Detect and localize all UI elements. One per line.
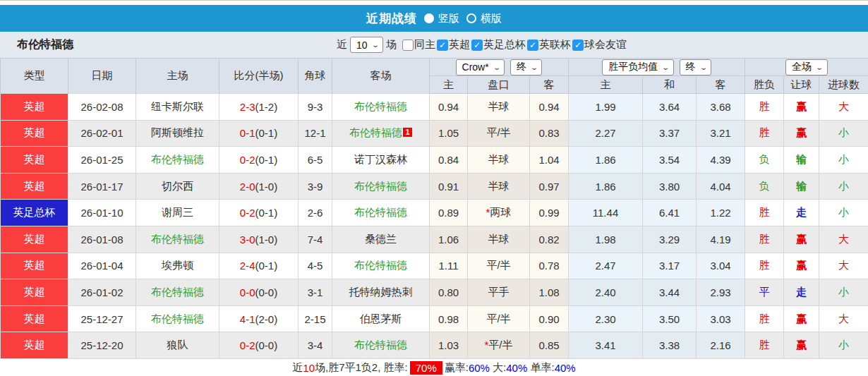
handicap-cell: 半球 [468,147,530,174]
checkbox-label: 球会友谊 [584,38,627,51]
avg-type-select[interactable]: 胜平负均值 ⌄ [602,59,673,75]
recent-label-prefix: 近 [337,38,347,51]
result-handicap-cell: 赢 [784,332,819,359]
checked-checkbox-icon[interactable]: ✓ [471,40,483,51]
table-row: 英超26-01-17切尔西2-0(1-0)3-9布伦特福德0.91半球0.971… [1,173,868,200]
layout-radio-group: 竖版横版 [424,12,502,25]
league-type-cell[interactable]: 英超 [1,120,68,147]
checkbox-item-同主[interactable]: 同主 [402,38,435,51]
avg-draw-cell: 3.54 [643,147,697,174]
table-row: 英超26-02-01阿斯顿维拉0-1(0-1)12-1布伦特福德11.05平/半… [1,120,868,147]
avg-away-cell: 3.04 [697,253,745,279]
corners-cell: 4-5 [299,253,332,279]
recent-count-select[interactable]: 10 ⌄ [350,37,383,53]
away-team-link[interactable]: 桑德兰 [332,226,430,253]
checkbox-item-球会友谊[interactable]: ✓球会友谊 [572,38,627,51]
date-cell: 25-12-27 [68,305,136,332]
home-team-link[interactable]: 布伦特福德 [136,226,219,253]
odds-final-select[interactable]: 终 ⌄ [510,59,542,75]
avg-draw-cell: 3.38 [643,332,697,359]
layout-radio-horizontal[interactable]: 横版 [466,12,502,25]
checked-checkbox-icon[interactable]: ✓ [437,40,448,51]
checkbox-item-英足总杯[interactable]: ✓英足总杯 [471,38,526,51]
avg-draw-cell: 3.50 [643,305,697,332]
away-team-link[interactable]: 布伦特福德1 [332,120,430,147]
unchecked-checkbox-icon[interactable] [402,40,414,51]
odds-company-select[interactable]: Crow* ⌄ [456,59,505,75]
away-team-link[interactable]: 布伦特福德 [332,173,430,200]
layout-radio-vertical[interactable]: 竖版 [424,12,459,25]
result-handicap-cell: 走 [784,279,819,306]
checkbox-label: 英足总杯 [483,38,526,51]
fulltime-select[interactable]: 全场 ⌄ [785,59,827,75]
checked-checkbox-icon[interactable]: ✓ [527,40,538,51]
home-team-link[interactable]: 阿斯顿维拉 [136,120,219,147]
summary-footer: 近10场,胜7平1负2, 胜率:70%赢率:60% 大:40% 单率:40% [0,359,868,376]
odds-group-header: Crow* ⌄ 终 ⌄ [430,59,569,76]
home-team-link[interactable]: 布伦特福德 [136,305,219,332]
page-title: 近期战绩 [366,11,417,27]
avg-home-cell: 2.30 [569,305,643,332]
col-header-home: 主场 [136,59,219,94]
home-team-link[interactable]: 狼队 [136,332,219,359]
window-top-strip [0,0,868,5]
league-type-cell[interactable]: 英超 [1,253,68,279]
league-type-cell[interactable]: 英超 [1,279,68,306]
odds-home-cell: 0.89 [430,200,468,226]
summary-segment: 40% [555,362,576,374]
radio-label: 横版 [481,12,502,25]
away-team-link[interactable]: 布伦特福德 [332,332,430,359]
title-bar: 近期战绩 竖版横版 [0,5,868,32]
league-type-cell[interactable]: 英足总杯 [1,200,68,226]
score-cell: 2-4(0-1) [219,253,299,279]
halftime-score: (0-1) [255,207,278,219]
league-type-cell[interactable]: 英超 [1,147,68,174]
date-cell: 26-01-17 [68,173,136,200]
odds-home-cell: 0.84 [430,147,468,174]
team-name: 布伦特福德 [17,37,73,52]
fulltime-score: 0-2 [240,339,255,351]
avg-home-cell: 2.27 [569,120,643,147]
result-wdl-cell: 平 [745,279,784,306]
home-team-link[interactable]: 纽卡斯尔联 [136,94,219,121]
away-team-link[interactable]: 伯恩茅斯 [332,305,430,332]
avg-final-select[interactable]: 终 ⌄ [680,59,711,75]
away-team-link[interactable]: 布伦特福德 [332,253,430,279]
fulltime-score: 2-0 [240,181,255,193]
radio-icon[interactable] [424,13,434,23]
col-header-type: 类型 [1,59,68,94]
away-team-link[interactable]: 布伦特福德 [332,200,430,226]
checkbox-label: 英超 [449,38,470,51]
odds-home-cell: 1.03 [430,332,468,359]
home-team-link[interactable]: 切尔西 [136,173,219,200]
avg-home-cell: 3.41 [569,332,643,359]
handicap-cell: 平/半 [468,253,530,279]
league-type-cell[interactable]: 英超 [1,94,68,121]
avg-draw-cell: 6.41 [643,200,697,226]
summary-segment: 10 [303,362,315,374]
avg-draw-cell: 3.44 [643,279,697,306]
league-type-cell[interactable]: 英超 [1,332,68,359]
date-cell: 26-01-02 [68,279,136,306]
avg-final-value: 终 [686,61,696,73]
home-team-link[interactable]: 布伦特福德 [136,147,219,174]
score-cell: 2-0(1-0) [219,173,299,200]
fulltime-score: 2-3 [240,101,255,113]
away-team-link[interactable]: 托特纳姆热刺 [332,279,430,306]
checked-checkbox-icon[interactable]: ✓ [572,40,584,51]
radio-icon[interactable] [466,13,476,23]
league-type-cell[interactable]: 英超 [1,226,68,253]
away-team-link[interactable]: 诺丁汉森林 [332,147,430,174]
avg-away-cell: 2.93 [697,279,745,306]
away-team-link[interactable]: 布伦特福德 [332,94,430,121]
home-team-link[interactable]: 谢周三 [136,200,219,226]
checkbox-item-英联杯[interactable]: ✓英联杯 [527,38,571,51]
avg-draw-cell: 3.29 [643,226,697,253]
home-team-link[interactable]: 埃弗顿 [136,253,219,279]
result-wdl-cell: 胜 [745,200,784,226]
league-type-cell[interactable]: 英超 [1,173,68,200]
league-type-cell[interactable]: 英超 [1,305,68,332]
checkbox-item-英超[interactable]: ✓英超 [437,38,470,51]
avg-group-header: 胜平负均值 ⌄ 终 ⌄ [569,59,745,76]
home-team-link[interactable]: 布伦特福德 [136,279,219,306]
